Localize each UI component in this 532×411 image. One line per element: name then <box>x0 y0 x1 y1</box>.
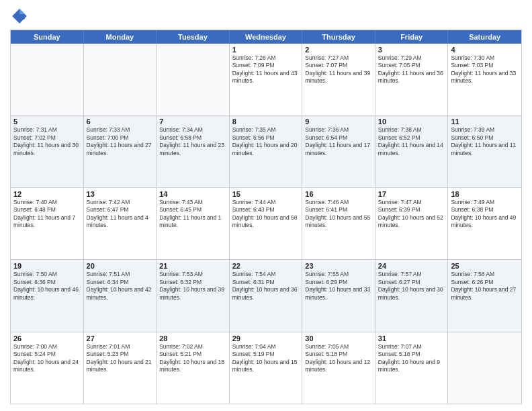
calendar-cell-3: 3Sunrise: 7:29 AM Sunset: 7:05 PM Daylig… <box>375 44 449 115</box>
cell-info-text: Sunrise: 7:42 AM Sunset: 6:47 PM Dayligh… <box>87 199 154 230</box>
cell-info-text: Sunrise: 7:44 AM Sunset: 6:43 PM Dayligh… <box>232 199 300 230</box>
calendar-cell-26: 26Sunrise: 7:00 AM Sunset: 5:24 PM Dayli… <box>11 332 84 404</box>
calendar-cell-23: 23Sunrise: 7:55 AM Sunset: 6:29 PM Dayli… <box>302 260 375 331</box>
calendar-row-2: 12Sunrise: 7:40 AM Sunset: 6:48 PM Dayli… <box>11 188 521 260</box>
svg-marker-2 <box>19 14 25 19</box>
cell-day-number: 1 <box>232 46 300 54</box>
cell-day-number: 23 <box>305 262 372 270</box>
cell-info-text: Sunrise: 7:00 AM Sunset: 5:24 PM Dayligh… <box>13 343 81 374</box>
svg-marker-1 <box>19 9 25 14</box>
cell-day-number: 26 <box>13 334 81 342</box>
cell-info-text: Sunrise: 7:57 AM Sunset: 6:27 PM Dayligh… <box>378 271 445 302</box>
cell-info-text: Sunrise: 7:01 AM Sunset: 5:23 PM Dayligh… <box>87 343 154 374</box>
calendar-row-4: 26Sunrise: 7:00 AM Sunset: 5:24 PM Dayli… <box>11 332 521 404</box>
cell-info-text: Sunrise: 7:07 AM Sunset: 5:16 PM Dayligh… <box>378 343 445 374</box>
calendar-cell-15: 15Sunrise: 7:44 AM Sunset: 6:43 PM Dayli… <box>230 188 303 259</box>
calendar-cell-empty-4-6 <box>448 332 521 404</box>
cell-day-number: 30 <box>305 334 372 342</box>
cell-info-text: Sunrise: 7:26 AM Sunset: 7:09 PM Dayligh… <box>232 54 300 85</box>
cell-day-number: 22 <box>232 262 300 270</box>
weekday-header-tuesday: Tuesday <box>157 30 230 44</box>
calendar-row-3: 19Sunrise: 7:50 AM Sunset: 6:36 PM Dayli… <box>11 260 521 332</box>
weekday-header-monday: Monday <box>84 30 157 44</box>
cell-info-text: Sunrise: 7:53 AM Sunset: 6:32 PM Dayligh… <box>159 271 226 302</box>
cell-info-text: Sunrise: 7:35 AM Sunset: 6:56 PM Dayligh… <box>232 126 300 157</box>
cell-day-number: 17 <box>378 190 445 198</box>
cell-day-number: 8 <box>232 118 300 126</box>
calendar-cell-empty-0-1 <box>84 44 157 115</box>
calendar-cell-25: 25Sunrise: 7:58 AM Sunset: 6:26 PM Dayli… <box>448 260 521 331</box>
cell-day-number: 16 <box>305 190 372 198</box>
calendar-cell-13: 13Sunrise: 7:42 AM Sunset: 6:47 PM Dayli… <box>84 188 157 259</box>
weekday-header-saturday: Saturday <box>448 30 521 44</box>
weekday-header-wednesday: Wednesday <box>230 30 303 44</box>
calendar-cell-20: 20Sunrise: 7:51 AM Sunset: 6:34 PM Dayli… <box>84 260 157 331</box>
calendar-cell-1: 1Sunrise: 7:26 AM Sunset: 7:09 PM Daylig… <box>230 44 303 115</box>
cell-info-text: Sunrise: 7:30 AM Sunset: 7:03 PM Dayligh… <box>451 54 519 85</box>
calendar-header: SundayMondayTuesdayWednesdayThursdayFrid… <box>11 30 521 44</box>
page: SundayMondayTuesdayWednesdayThursdayFrid… <box>0 0 532 411</box>
cell-day-number: 29 <box>232 334 300 342</box>
cell-info-text: Sunrise: 7:02 AM Sunset: 5:21 PM Dayligh… <box>159 343 226 374</box>
calendar-cell-16: 16Sunrise: 7:46 AM Sunset: 6:41 PM Dayli… <box>302 188 375 259</box>
cell-day-number: 11 <box>451 118 519 126</box>
calendar-cell-19: 19Sunrise: 7:50 AM Sunset: 6:36 PM Dayli… <box>11 260 84 331</box>
calendar-cell-10: 10Sunrise: 7:38 AM Sunset: 6:52 PM Dayli… <box>375 116 449 187</box>
cell-day-number: 4 <box>451 46 519 54</box>
calendar-cell-5: 5Sunrise: 7:31 AM Sunset: 7:02 PM Daylig… <box>11 116 84 187</box>
cell-day-number: 3 <box>378 46 445 54</box>
weekday-header-thursday: Thursday <box>302 30 375 44</box>
cell-info-text: Sunrise: 7:36 AM Sunset: 6:54 PM Dayligh… <box>305 126 372 157</box>
cell-day-number: 5 <box>13 118 81 126</box>
cell-day-number: 15 <box>232 190 300 198</box>
cell-day-number: 13 <box>87 190 154 198</box>
calendar-cell-9: 9Sunrise: 7:36 AM Sunset: 6:54 PM Daylig… <box>302 116 375 187</box>
calendar-cell-24: 24Sunrise: 7:57 AM Sunset: 6:27 PM Dayli… <box>375 260 449 331</box>
logo-icon <box>10 7 29 26</box>
cell-info-text: Sunrise: 7:34 AM Sunset: 6:58 PM Dayligh… <box>159 126 226 157</box>
weekday-header-sunday: Sunday <box>11 30 84 44</box>
calendar-cell-2: 2Sunrise: 7:27 AM Sunset: 7:07 PM Daylig… <box>302 44 375 115</box>
cell-info-text: Sunrise: 7:47 AM Sunset: 6:39 PM Dayligh… <box>378 199 445 230</box>
calendar-cell-18: 18Sunrise: 7:49 AM Sunset: 6:38 PM Dayli… <box>448 188 521 259</box>
cell-info-text: Sunrise: 7:33 AM Sunset: 7:00 PM Dayligh… <box>87 126 154 157</box>
cell-info-text: Sunrise: 7:49 AM Sunset: 6:38 PM Dayligh… <box>451 199 519 230</box>
cell-info-text: Sunrise: 7:51 AM Sunset: 6:34 PM Dayligh… <box>87 271 154 302</box>
cell-info-text: Sunrise: 7:31 AM Sunset: 7:02 PM Dayligh… <box>13 126 81 157</box>
calendar-row-0: 1Sunrise: 7:26 AM Sunset: 7:09 PM Daylig… <box>11 44 521 116</box>
calendar-cell-6: 6Sunrise: 7:33 AM Sunset: 7:00 PM Daylig… <box>84 116 157 187</box>
cell-info-text: Sunrise: 7:40 AM Sunset: 6:48 PM Dayligh… <box>13 199 81 230</box>
cell-info-text: Sunrise: 7:39 AM Sunset: 6:50 PM Dayligh… <box>451 126 519 157</box>
cell-day-number: 18 <box>451 190 519 198</box>
cell-day-number: 27 <box>87 334 154 342</box>
weekday-header-friday: Friday <box>375 30 449 44</box>
calendar-body: 1Sunrise: 7:26 AM Sunset: 7:09 PM Daylig… <box>11 44 521 404</box>
cell-info-text: Sunrise: 7:58 AM Sunset: 6:26 PM Dayligh… <box>451 271 519 302</box>
header <box>10 7 522 26</box>
cell-info-text: Sunrise: 7:55 AM Sunset: 6:29 PM Dayligh… <box>305 271 372 302</box>
cell-day-number: 31 <box>378 334 445 342</box>
cell-day-number: 24 <box>378 262 445 270</box>
calendar-cell-29: 29Sunrise: 7:04 AM Sunset: 5:19 PM Dayli… <box>230 332 303 404</box>
cell-day-number: 7 <box>159 118 226 126</box>
calendar-cell-14: 14Sunrise: 7:43 AM Sunset: 6:45 PM Dayli… <box>157 188 230 259</box>
cell-info-text: Sunrise: 7:04 AM Sunset: 5:19 PM Dayligh… <box>232 343 300 374</box>
cell-day-number: 14 <box>159 190 226 198</box>
cell-day-number: 10 <box>378 118 445 126</box>
calendar-cell-8: 8Sunrise: 7:35 AM Sunset: 6:56 PM Daylig… <box>230 116 303 187</box>
calendar-row-1: 5Sunrise: 7:31 AM Sunset: 7:02 PM Daylig… <box>11 116 521 187</box>
cell-day-number: 9 <box>305 118 372 126</box>
cell-info-text: Sunrise: 7:46 AM Sunset: 6:41 PM Dayligh… <box>305 199 372 230</box>
cell-day-number: 6 <box>87 118 154 126</box>
calendar-cell-21: 21Sunrise: 7:53 AM Sunset: 6:32 PM Dayli… <box>157 260 230 331</box>
cell-day-number: 2 <box>305 46 372 54</box>
cell-info-text: Sunrise: 7:29 AM Sunset: 7:05 PM Dayligh… <box>378 54 445 85</box>
cell-info-text: Sunrise: 7:27 AM Sunset: 7:07 PM Dayligh… <box>305 54 372 85</box>
calendar-cell-empty-0-2 <box>157 44 230 115</box>
calendar-cell-30: 30Sunrise: 7:05 AM Sunset: 5:18 PM Dayli… <box>302 332 375 404</box>
cell-day-number: 12 <box>13 190 81 198</box>
cell-day-number: 19 <box>13 262 81 270</box>
cell-info-text: Sunrise: 7:50 AM Sunset: 6:36 PM Dayligh… <box>13 271 81 302</box>
calendar-cell-28: 28Sunrise: 7:02 AM Sunset: 5:21 PM Dayli… <box>157 332 230 404</box>
cell-day-number: 25 <box>451 262 519 270</box>
